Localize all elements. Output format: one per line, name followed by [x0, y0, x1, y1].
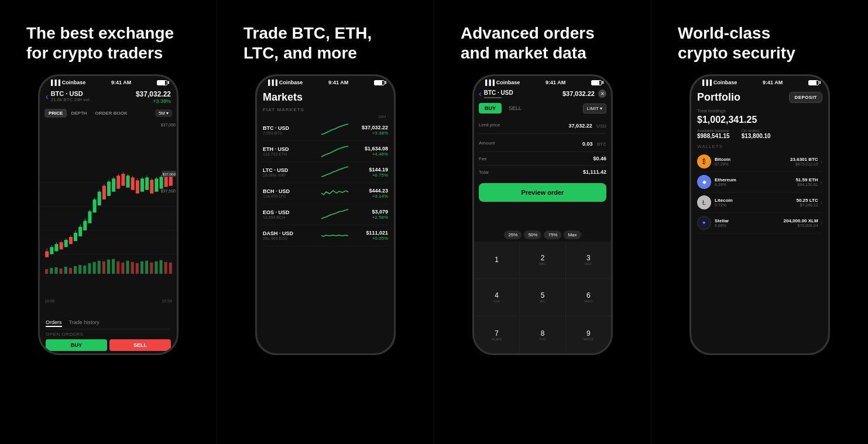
order-form: Limit price 37,032.22 USD Amount 0.03 BT… — [474, 116, 611, 228]
pct-25-button[interactable]: 25% — [504, 230, 522, 239]
wallet-pct-ltc: 0.72% — [715, 203, 796, 207]
on-orders-label: On orders — [742, 129, 771, 133]
market-pair-4: BCH · USD — [263, 188, 317, 194]
market-row-eos[interactable]: EOS · USD 11,694 BCH $3,079 +2.58% — [263, 204, 388, 225]
total-row: Total $1,111.42 — [479, 166, 606, 178]
numpad-6[interactable]: 6 MNO — [566, 279, 611, 316]
wallet-name-xlm: Stellar — [715, 218, 784, 223]
tab-depth[interactable]: DEPTH — [67, 109, 91, 118]
wallet-litecoin[interactable]: Ł Litecoin 0.72% 50.25 LTC $7,246.12 › — [697, 192, 822, 213]
svg-rect-55 — [164, 175, 168, 187]
preview-order-button[interactable]: Preview order — [479, 183, 606, 202]
close-button[interactable]: ✕ — [598, 90, 606, 98]
market-vol-5: 11,694 BCH — [263, 215, 317, 219]
svg-rect-69 — [98, 261, 101, 274]
order-pair: BTC · USD — [484, 90, 513, 96]
chart-area[interactable]: $37,000 $37,500 — [40, 120, 177, 317]
numpad-5[interactable]: 5 JKL — [520, 279, 565, 316]
orders-tab[interactable]: Orders — [46, 319, 62, 327]
order-type-selector[interactable]: LIMIT ▾ — [583, 104, 606, 113]
market-change-5: +2.58% — [353, 215, 388, 220]
phone-2: ▐▐▐ Coinbase 9:41 AM Markets FIAT MARKET… — [255, 74, 396, 355]
svg-rect-79 — [145, 261, 148, 274]
pct-75-button[interactable]: 75% — [544, 230, 561, 239]
battery-2 — [374, 80, 385, 85]
price-mid-label: $37,500 — [161, 189, 176, 193]
market-row-btc[interactable]: BTC · USD 7,554 BTC $37,032.22 +3.38% — [263, 120, 388, 141]
deposit-button[interactable]: DEPOSIT — [789, 92, 822, 103]
market-row-bch[interactable]: BCH · USD 114,478 LTC $444.23 +3.14% — [263, 183, 388, 204]
numpad-4[interactable]: 4 GHI — [474, 279, 519, 316]
svg-rect-21 — [83, 221, 87, 230]
numpad-1[interactable]: 1 — [474, 242, 519, 278]
price-high-label: $37,000 — [161, 123, 176, 127]
market-change-2: +4.46% — [353, 152, 388, 157]
svg-rect-60 — [54, 267, 57, 274]
svg-rect-31 — [107, 182, 111, 196]
market-row-dash[interactable]: DASH · USD 281,403 EOS $111,021 +0.05% — [263, 225, 388, 246]
price-value: $37,032.22 — [136, 90, 171, 98]
phone-1: ▐▐▐ Coinbase 9:41 AM ‹ BTC · USD 21.6k B… — [38, 74, 179, 355]
on-orders-value: $13,800.10 — [742, 133, 771, 139]
ethereum-icon: ◆ — [697, 175, 711, 189]
numpad-2[interactable]: 2 ABC — [520, 242, 565, 278]
wallet-stellar[interactable]: ✦ Stellar 6.98% 204,000.00 XLM $70,008.0… — [697, 213, 822, 233]
svg-text:$37,000: $37,000 — [163, 172, 176, 176]
trade-history-tab[interactable]: Trade history — [69, 319, 100, 327]
litecoin-icon: Ł — [697, 195, 711, 209]
numpad-9[interactable]: 9 WXYZ — [566, 316, 611, 353]
svg-rect-53 — [159, 177, 163, 188]
svg-rect-71 — [107, 260, 110, 274]
back-icon[interactable]: ‹ — [46, 92, 49, 101]
sell-button[interactable]: SELL — [109, 339, 171, 351]
timeframe-selector[interactable]: 5M ▾ — [155, 109, 172, 117]
limit-price-row: Limit price 37,032.22 USD — [479, 116, 606, 134]
sell-tab[interactable]: SELL — [504, 103, 526, 113]
chart-header: ‹ BTC · USD 21.6k BTC 24h vol. $37,032.2… — [40, 87, 177, 106]
balance-row: Available balance $988,541.15 On orders … — [697, 129, 822, 139]
wallet-usd-eth: $84,150.81 — [795, 183, 818, 187]
market-row-eth[interactable]: ETH · USD 113,703 ETH $1,634.08 +4.46% — [263, 141, 388, 162]
svg-rect-33 — [112, 179, 115, 192]
back-icon-3[interactable]: ‹ — [479, 89, 482, 98]
status-bar-1: ▐▐▐ Coinbase 9:41 AM — [40, 76, 177, 87]
available-balance: Available balance $988,541.15 — [697, 129, 730, 139]
tab-orderbook[interactable]: ORDER BOOK — [91, 109, 132, 118]
pair-label: BTC · USD — [51, 90, 91, 97]
svg-rect-11 — [60, 242, 63, 249]
market-price-4: $444.23 — [353, 188, 388, 194]
market-price-2: $1,634.08 — [353, 146, 388, 152]
market-price-1: $37,032.22 — [353, 125, 388, 130]
on-orders-balance: On orders $13,800.10 — [742, 129, 771, 139]
tab-price[interactable]: PRICE — [44, 109, 67, 118]
svg-rect-83 — [164, 262, 167, 274]
wallet-usd-btc: $875,012.10 — [790, 162, 818, 166]
market-pair-2: ETH · USD — [263, 146, 317, 152]
pct-50-button[interactable]: 50% — [524, 230, 541, 239]
status-time: 9:41 AM — [111, 80, 131, 85]
buy-tab[interactable]: BUY — [479, 103, 502, 113]
svg-rect-19 — [78, 227, 82, 236]
numpad-3[interactable]: 3 DEF — [566, 242, 611, 278]
market-row-ltc[interactable]: LTC · USD 16.96M XRP $144.19 +6.75% — [263, 162, 388, 183]
panel-2-title: Trade BTC, ETH, LTC, and more — [243, 23, 407, 63]
numpad-7[interactable]: 7 PQRS — [474, 316, 519, 353]
spark-1 — [320, 123, 349, 137]
spark-5 — [320, 207, 349, 222]
wallet-crypto-xlm: 204,000.00 XLM — [784, 218, 818, 223]
svg-rect-63 — [69, 268, 72, 274]
svg-rect-5 — [45, 252, 49, 257]
fee-row: Fee $0.46 — [479, 152, 606, 166]
portfolio-header: Portfolio DEPOSIT — [697, 91, 822, 104]
numpad-8[interactable]: 8 TUV — [520, 316, 565, 353]
wallet-bitcoin[interactable]: ₿ Bitcoin 87.29% 23.6301 BTC $875,012.10… — [697, 152, 822, 172]
buy-button[interactable]: BUY — [46, 339, 107, 351]
time-4: 9:41 AM — [763, 80, 783, 85]
pct-max-button[interactable]: Max — [564, 230, 581, 239]
phone-4: ▐▐▐ Coinbase 9:41 AM Portfolio DEPOSIT T… — [689, 74, 830, 355]
time-label-start: 16:06 — [44, 299, 55, 303]
total-holdings-value: $1,002,341.25 — [697, 115, 822, 125]
wallet-ethereum[interactable]: ◆ Ethereum 8.39% 51.59 ETH $84,150.81 › — [697, 172, 822, 192]
pct-row: 25% 50% 75% Max — [474, 230, 611, 239]
svg-rect-74 — [121, 263, 124, 274]
